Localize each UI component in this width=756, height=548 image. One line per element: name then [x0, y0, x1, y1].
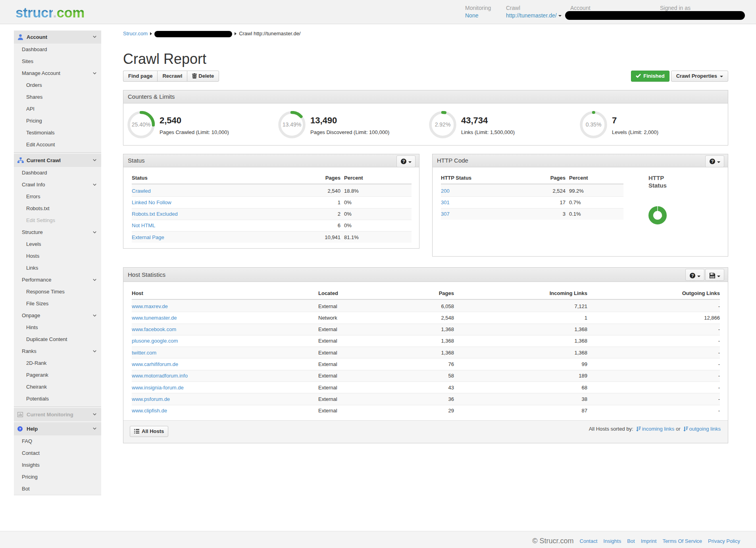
- svg-text:?: ?: [19, 427, 21, 431]
- svg-text:?: ?: [711, 159, 714, 164]
- svg-text:?: ?: [691, 273, 694, 278]
- svg-text:?: ?: [402, 159, 405, 164]
